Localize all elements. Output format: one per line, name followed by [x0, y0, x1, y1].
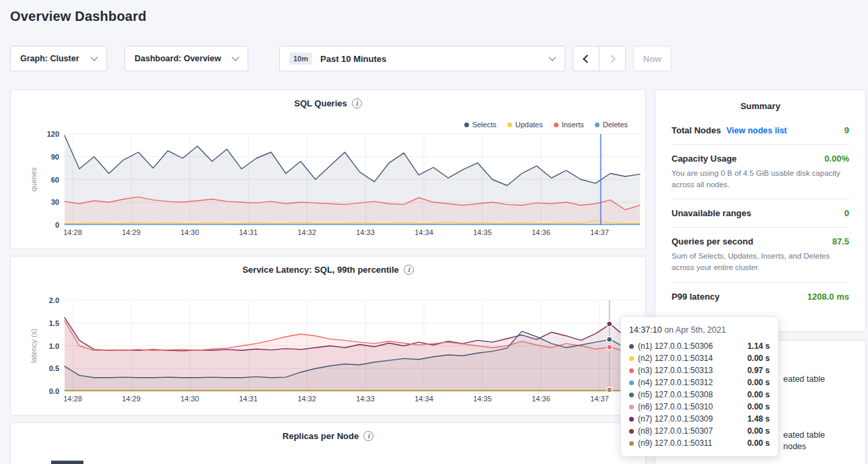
tooltip-node-value: 0.00 s: [748, 402, 770, 411]
tooltip-node-label: (n6) 127.0.0.1:50310: [638, 402, 713, 411]
x-axis-tick-label: 14:31: [239, 228, 258, 236]
chart-title: Service Latency: SQL, 99th percentile i: [11, 265, 645, 275]
x-axis-tick-label: 14:32: [297, 228, 316, 236]
summary-panel: Summary Total NodesView nodes list9Capac…: [655, 90, 866, 332]
y-axis-tick-label: 30: [51, 198, 59, 206]
info-icon-glyph: i: [355, 100, 358, 107]
replicas-per-node-card: Replicas per Node i: [10, 422, 646, 464]
tooltip-timestamp: 14:37:10 on Apr 5th, 2021: [629, 325, 770, 335]
service-latency-card: Service Latency: SQL, 99th percentile i …: [10, 256, 646, 416]
tooltip-node-value: 0.00 s: [748, 426, 770, 436]
summary-row-description: You are using 0 B of 4.5 GiB usable disk…: [672, 168, 849, 190]
y-axis-tick-label: 0: [55, 221, 59, 229]
chart-title: SQL Queries i: [11, 98, 645, 108]
y-axis-title: latency (s): [30, 329, 38, 363]
chart-title-text: Replicas per Node: [283, 431, 359, 441]
chart-canvas: 0.00.51.01.52.014:2814:2914:3014:3114:32…: [11, 296, 647, 407]
tooltip-node-label: (n8) 127.0.0.1:50307: [638, 426, 713, 436]
x-axis-tick-label: 14:30: [180, 228, 199, 236]
crosshair-dot: [607, 345, 612, 350]
prev-time-button[interactable]: [573, 46, 600, 71]
tooltip-row: (n6) 127.0.0.1:503100.00 s: [629, 401, 770, 413]
tooltip-time: 14:37:10: [629, 325, 662, 335]
tooltip-row: (n5) 127.0.0.1:503080.00 s: [629, 389, 770, 401]
info-icon[interactable]: i: [352, 98, 362, 108]
x-axis-tick-label: 14:29: [122, 228, 141, 236]
graph-dropdown[interactable]: Graph: Cluster: [10, 46, 107, 71]
x-axis-tick-label: 14:34: [414, 395, 433, 403]
tooltip-row: (n1) 127.0.0.1:503061.14 s: [629, 340, 770, 352]
tooltip-row: (n4) 127.0.0.1:503120.00 s: [629, 376, 770, 389]
node-color-dot-icon: [629, 344, 634, 349]
tooltip-node-label: (n1) 127.0.0.1:50306: [638, 341, 713, 351]
info-icon[interactable]: i: [363, 431, 373, 441]
legend-dot-icon: [595, 123, 600, 127]
summary-row-label: Total Nodes: [672, 125, 721, 135]
y-axis-tick-label: 0.0: [49, 387, 59, 395]
tooltip-row: (n7) 127.0.0.1:503091.48 s: [629, 413, 770, 425]
chart-title-text: Service Latency: SQL, 99th percentile: [242, 265, 399, 275]
view-nodes-list-link[interactable]: View nodes list: [726, 126, 787, 135]
legend-item[interactable]: Deletes: [595, 121, 628, 129]
legend-item[interactable]: Inserts: [554, 121, 584, 129]
time-range-dropdown[interactable]: 10m Past 10 Minutes: [279, 46, 565, 71]
service-latency-chart[interactable]: 0.00.51.01.52.014:2814:2914:3014:3114:32…: [11, 296, 647, 407]
dashboard-dropdown[interactable]: Dashboard: Overview: [124, 46, 248, 71]
summary-row: Queries per second87.5Sum of Selects, Up…: [672, 227, 849, 281]
x-axis-tick-label: 14:35: [473, 395, 492, 403]
y-axis-tick-label: 120: [47, 130, 59, 138]
next-time-button[interactable]: [599, 46, 626, 71]
tooltip-node-value: 0.00 s: [748, 354, 770, 363]
node-color-dot-icon: [629, 441, 634, 446]
node-color-dot-icon: [629, 368, 634, 373]
tooltip-node-label: (n3) 127.0.0.1:50313: [638, 366, 713, 375]
x-axis-tick-label: 14:37: [590, 228, 609, 236]
summary-row: Unavailable ranges0: [672, 199, 849, 227]
page-title: Overview Dashboard: [10, 9, 147, 24]
summary-row-head: P99 latency1208.0 ms: [672, 292, 849, 302]
x-axis-tick-label: 14:29: [122, 395, 141, 403]
summary-row-label: Queries per second: [672, 236, 753, 246]
legend-item[interactable]: Selects: [464, 121, 497, 129]
dashboard-dropdown-label: Dashboard: Overview: [135, 54, 221, 63]
legend-dot-icon: [507, 123, 512, 127]
chart-title: Replicas per Node i: [11, 431, 645, 441]
legend-label: Deletes: [603, 121, 628, 129]
node-color-dot-icon: [629, 405, 634, 409]
summary-row-value: 0: [844, 208, 849, 218]
now-button[interactable]: Now: [633, 46, 672, 71]
x-axis-tick-label: 14:36: [532, 395, 550, 403]
y-axis-title: queries: [30, 167, 38, 192]
x-axis-tick-label: 14:32: [297, 395, 316, 403]
summary-row-description: Sum of Selects, Updates, Inserts, and De…: [672, 251, 849, 273]
y-axis-tick-label: 1.5: [49, 319, 59, 327]
crosshair-dot: [607, 321, 612, 327]
info-icon[interactable]: i: [404, 265, 414, 275]
summary-row: Total NodesView nodes list9: [672, 117, 849, 144]
legend-dot-icon: [554, 123, 558, 127]
node-color-dot-icon: [629, 429, 634, 434]
summary-row-head: Total NodesView nodes list9: [672, 125, 849, 135]
tooltip-node-value: 0.00 s: [748, 390, 770, 399]
summary-row-label: P99 latency: [672, 292, 720, 302]
chevron-down-icon: [90, 53, 98, 61]
info-icon-glyph: i: [407, 266, 410, 273]
y-axis-tick-label: 60: [51, 176, 59, 184]
tooltip-row: (n2) 127.0.0.1:503140.00 s: [629, 352, 770, 364]
legend-item[interactable]: Updates: [507, 121, 543, 129]
x-axis-tick-label: 14:30: [180, 395, 199, 403]
y-axis-tick-label: 2.0: [49, 296, 59, 304]
chart-legend: SelectsUpdatesInsertsDeletes: [464, 121, 628, 129]
tooltip-node-value: 0.00 s: [748, 438, 770, 448]
tooltip-node-value: 1.14 s: [748, 341, 770, 351]
sql-queries-chart[interactable]: 030609012014:2814:2914:3014:3114:3214:33…: [11, 129, 647, 240]
event-text-fragment: eated table: [783, 374, 825, 384]
node-color-dot-icon: [629, 393, 634, 397]
legend-label: Updates: [515, 121, 543, 129]
tooltip-node-label: (n4) 127.0.0.1:50312: [638, 378, 713, 387]
summary-row: Capacity Usage0.00%You are using 0 B of …: [672, 144, 849, 199]
sql-queries-card: SQL Queries i SelectsUpdatesInsertsDelet…: [10, 90, 646, 249]
tooltip-node-label: (n7) 127.0.0.1:50309: [638, 414, 713, 424]
chart-title-text: SQL Queries: [294, 98, 347, 108]
tooltip-node-value: 1.48 s: [748, 414, 770, 424]
